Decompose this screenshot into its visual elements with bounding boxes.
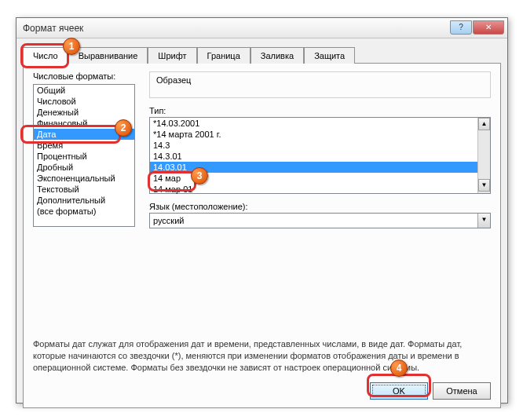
right-column: Образец Тип: *14.03.2001 *14 марта 2001 … (149, 71, 491, 228)
tab-panel: Числовые форматы: Общий Числовой Денежны… (23, 63, 501, 408)
window-title: Формат ячеек (23, 23, 449, 34)
format-cells-dialog: Формат ячеек ? ✕ Число Выравнивание Шриф… (16, 17, 508, 404)
tab-fill[interactable]: Заливка (251, 47, 304, 64)
type-item[interactable]: 14.3 (150, 140, 490, 151)
type-item[interactable]: *14.03.2001 (150, 118, 490, 129)
format-item-percent[interactable]: Процентный (34, 151, 134, 162)
help-button[interactable]: ? (450, 20, 472, 35)
badge-4: 4 (390, 360, 408, 377)
scroll-down-icon[interactable]: ▼ (478, 179, 490, 192)
format-item-fraction[interactable]: Дробный (34, 162, 134, 173)
tab-font[interactable]: Шрифт (148, 47, 196, 64)
type-item[interactable]: 14 мар 01 (150, 184, 490, 195)
locale-combo[interactable]: русский ▼ (149, 213, 491, 228)
formats-list[interactable]: Общий Числовой Денежный Финансовый Дата … (33, 84, 135, 227)
badge-2: 2 (115, 119, 132, 137)
format-item-number[interactable]: Числовой (34, 96, 134, 107)
dialog-buttons: OK Отмена (370, 382, 491, 400)
format-item-general[interactable]: Общий (34, 85, 134, 96)
tab-number[interactable]: Число (23, 47, 68, 64)
format-item-time[interactable]: Время (34, 140, 134, 151)
badge-1: 1 (63, 38, 80, 55)
type-scrollbar[interactable]: ▲ ▼ (477, 118, 490, 193)
locale-value: русский (153, 216, 184, 225)
close-button[interactable]: ✕ (473, 20, 504, 35)
format-item-text[interactable]: Текстовый (34, 184, 134, 195)
scroll-up-icon[interactable]: ▲ (478, 118, 490, 130)
format-item-currency[interactable]: Денежный (34, 107, 134, 118)
tabstrip: Число Выравнивание Шрифт Граница Заливка… (16, 38, 507, 63)
sample-box: Образец (149, 71, 491, 98)
type-label: Тип: (149, 106, 491, 115)
chevron-down-icon[interactable]: ▼ (477, 214, 490, 228)
sample-label: Образец (156, 75, 191, 85)
window-buttons: ? ✕ (449, 20, 504, 36)
type-item[interactable]: *14 марта 2001 г. (150, 129, 490, 140)
format-item-scientific[interactable]: Экспоненциальный (34, 173, 134, 184)
type-item[interactable]: 14.3.01 (150, 151, 490, 162)
format-item-custom[interactable]: (все форматы) (34, 206, 134, 217)
badge-3: 3 (191, 167, 208, 184)
titlebar: Формат ячеек ? ✕ (16, 18, 507, 38)
tab-alignment[interactable]: Выравнивание (68, 47, 148, 64)
format-item-special[interactable]: Дополнительный (34, 195, 134, 206)
locale-label: Язык (местоположение): (149, 202, 491, 211)
cancel-button[interactable]: Отмена (433, 382, 491, 400)
ok-button[interactable]: OK (370, 382, 428, 400)
tab-border[interactable]: Граница (197, 47, 251, 64)
tab-protection[interactable]: Защита (304, 47, 355, 64)
description-text: Форматы дат служат для отображения дат и… (33, 338, 491, 374)
